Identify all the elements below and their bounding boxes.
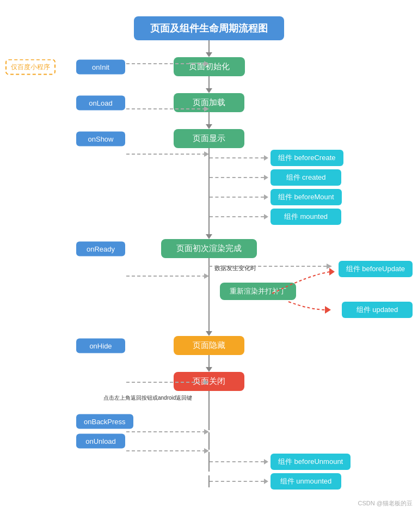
baidu-only-label: 仅百度小程序: [5, 59, 56, 75]
on-ready-box: onReady: [76, 241, 125, 256]
on-init-box: onInit: [76, 59, 125, 74]
arrow-firstrender-to-hide: [206, 323, 212, 336]
arrow-init-to-load: [206, 76, 212, 93]
mounted-box: 组件 mounted: [271, 209, 341, 225]
page-hide-box: 页面隐藏: [174, 336, 244, 355]
page-close-box: 页面关闭: [174, 372, 244, 391]
svg-marker-2: [329, 268, 335, 276]
before-mount-box: 组件 beforeMount: [271, 189, 342, 205]
on-back-press-box: onBackPress: [76, 414, 133, 429]
svg-marker-3: [325, 306, 331, 314]
arrow-load-to-show: [206, 112, 212, 129]
watermark: CSDN @猫老板的豆: [358, 499, 413, 507]
page-load-box: 页面加载: [174, 93, 244, 112]
arrow-show-to-firstrender: [206, 227, 212, 239]
page-init-box: 页面初始化: [174, 57, 245, 76]
arrow-title-to-init: [206, 40, 212, 57]
on-unload-box: onUnload: [76, 434, 125, 449]
on-hide-box: onHide: [76, 338, 125, 353]
title-box: 页面及组件生命周期流程图: [134, 16, 284, 40]
on-load-box: onLoad: [76, 95, 125, 110]
created-box: 组件 created: [271, 169, 341, 186]
arrow-hide-to-close: [206, 355, 212, 372]
before-unmount-box: 组件 beforeUnmount: [271, 454, 351, 470]
update-cycle-svg: [0, 258, 418, 323]
unmounted-box: 组件 unmounted: [271, 473, 341, 490]
before-create-box: 组件 beforeCreate: [271, 150, 343, 166]
on-show-box: onShow: [76, 131, 125, 146]
page-show-box: 页面显示: [174, 129, 244, 148]
back-note-label: 点击左上角返回按钮或android返回键: [103, 395, 192, 401]
page-first-render-box: 页面初次渲染完成: [161, 239, 257, 258]
